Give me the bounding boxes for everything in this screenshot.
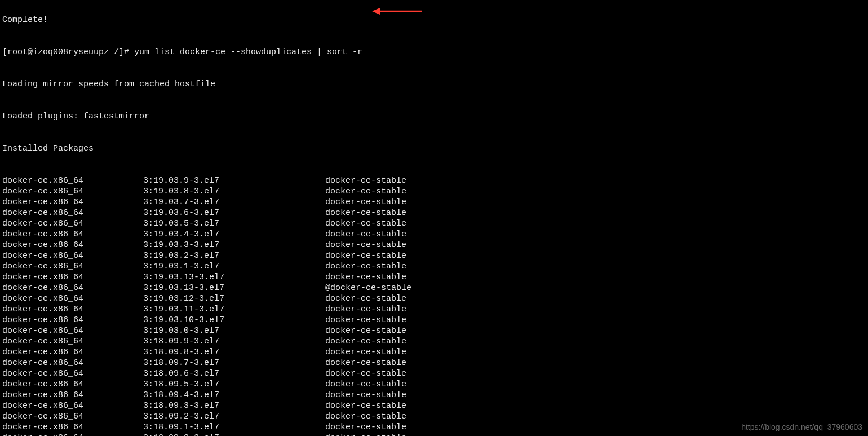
- package-row: docker-ce.x86_643:19.03.1-3.el7docker-ce…: [2, 261, 866, 272]
- package-name: docker-ce.x86_64: [2, 336, 143, 347]
- package-name: docker-ce.x86_64: [2, 400, 143, 411]
- package-repo: docker-ce-stable: [325, 208, 406, 218]
- package-repo: docker-ce-stable: [325, 197, 406, 208]
- package-repo: docker-ce-stable: [325, 218, 406, 229]
- package-row: docker-ce.x86_643:18.09.9-3.el7docker-ce…: [2, 336, 866, 347]
- package-name: docker-ce.x86_64: [2, 422, 143, 433]
- package-version: 3:19.03.8-3.el7: [143, 186, 325, 197]
- package-repo: docker-ce-stable: [325, 358, 406, 368]
- package-name: docker-ce.x86_64: [2, 283, 143, 293]
- package-version: 3:19.03.6-3.el7: [143, 208, 325, 218]
- package-row: docker-ce.x86_643:19.03.5-3.el7docker-ce…: [2, 218, 866, 229]
- package-repo: docker-ce-stable: [325, 411, 406, 422]
- package-repo: docker-ce-stable: [325, 293, 406, 304]
- package-repo: docker-ce-stable: [325, 272, 406, 283]
- package-repo: docker-ce-stable: [325, 315, 406, 325]
- package-repo: docker-ce-stable: [325, 261, 406, 272]
- package-row: docker-ce.x86_643:18.09.5-3.el7docker-ce…: [2, 379, 866, 390]
- prompt-line: [root@izoq008ryseuupz /]# yum list docke…: [2, 47, 866, 58]
- package-row: docker-ce.x86_643:19.03.13-3.el7@docker-…: [2, 283, 866, 293]
- package-list: docker-ce.x86_643:19.03.9-3.el7docker-ce…: [2, 175, 866, 436]
- package-version: 3:18.09.0-3.el7: [143, 433, 325, 436]
- package-name: docker-ce.x86_64: [2, 218, 143, 229]
- package-name: docker-ce.x86_64: [2, 304, 143, 315]
- package-version: 3:19.03.3-3.el7: [143, 240, 325, 250]
- package-repo: docker-ce-stable: [325, 229, 406, 240]
- terminal-output[interactable]: Complete! [root@izoq008ryseuupz /]# yum …: [0, 0, 868, 436]
- package-row: docker-ce.x86_643:19.03.9-3.el7docker-ce…: [2, 175, 866, 186]
- status-line-loading: Loading mirror speeds from cached hostfi…: [2, 79, 866, 90]
- package-repo: docker-ce-stable: [325, 240, 406, 250]
- package-repo: docker-ce-stable: [325, 186, 406, 197]
- package-repo: docker-ce-stable: [325, 390, 406, 400]
- package-version: 3:18.09.7-3.el7: [143, 358, 325, 368]
- package-row: docker-ce.x86_643:19.03.13-3.el7docker-c…: [2, 272, 866, 283]
- package-row: docker-ce.x86_643:18.09.0-3.el7docker-ce…: [2, 433, 866, 436]
- package-row: docker-ce.x86_643:18.09.4-3.el7docker-ce…: [2, 390, 866, 400]
- package-row: docker-ce.x86_643:18.09.8-3.el7docker-ce…: [2, 347, 866, 358]
- package-version: 3:19.03.10-3.el7: [143, 315, 325, 325]
- package-name: docker-ce.x86_64: [2, 186, 143, 197]
- package-version: 3:19.03.13-3.el7: [143, 272, 325, 283]
- package-row: docker-ce.x86_643:19.03.10-3.el7docker-c…: [2, 315, 866, 325]
- package-repo: docker-ce-stable: [325, 336, 406, 347]
- package-repo: docker-ce-stable: [325, 433, 406, 436]
- package-repo: docker-ce-stable: [325, 347, 406, 358]
- package-name: docker-ce.x86_64: [2, 358, 143, 368]
- package-repo: @docker-ce-stable: [325, 283, 411, 293]
- package-row: docker-ce.x86_643:18.09.7-3.el7docker-ce…: [2, 358, 866, 368]
- package-name: docker-ce.x86_64: [2, 175, 143, 186]
- package-repo: docker-ce-stable: [325, 379, 406, 390]
- watermark-text: https://blog.csdn.net/qq_37960603: [741, 422, 862, 433]
- package-version: 3:19.03.4-3.el7: [143, 229, 325, 240]
- package-name: docker-ce.x86_64: [2, 347, 143, 358]
- package-repo: docker-ce-stable: [325, 304, 406, 315]
- package-name: docker-ce.x86_64: [2, 433, 143, 436]
- package-version: 3:18.09.5-3.el7: [143, 379, 325, 390]
- package-version: 3:18.09.1-3.el7: [143, 422, 325, 433]
- package-name: docker-ce.x86_64: [2, 229, 143, 240]
- package-version: 3:19.03.13-3.el7: [143, 283, 325, 293]
- package-repo: docker-ce-stable: [325, 325, 406, 336]
- package-row: docker-ce.x86_643:18.09.3-3.el7docker-ce…: [2, 400, 866, 411]
- package-name: docker-ce.x86_64: [2, 208, 143, 218]
- package-row: docker-ce.x86_643:19.03.0-3.el7docker-ce…: [2, 325, 866, 336]
- package-version: 3:18.09.9-3.el7: [143, 336, 325, 347]
- package-repo: docker-ce-stable: [325, 250, 406, 261]
- package-version: 3:19.03.2-3.el7: [143, 250, 325, 261]
- command-text: yum list docker-ce --showduplicates | so…: [134, 47, 362, 58]
- package-row: docker-ce.x86_643:19.03.11-3.el7docker-c…: [2, 304, 866, 315]
- package-version: 3:19.03.1-3.el7: [143, 261, 325, 272]
- package-version: 3:19.03.0-3.el7: [143, 325, 325, 336]
- package-name: docker-ce.x86_64: [2, 250, 143, 261]
- package-name: docker-ce.x86_64: [2, 411, 143, 422]
- package-version: 3:19.03.5-3.el7: [143, 218, 325, 229]
- package-name: docker-ce.x86_64: [2, 272, 143, 283]
- package-version: 3:18.09.4-3.el7: [143, 390, 325, 400]
- package-version: 3:18.09.3-3.el7: [143, 400, 325, 411]
- package-name: docker-ce.x86_64: [2, 390, 143, 400]
- package-name: docker-ce.x86_64: [2, 379, 143, 390]
- package-repo: docker-ce-stable: [325, 422, 406, 433]
- package-repo: docker-ce-stable: [325, 175, 406, 186]
- package-version: 3:18.09.8-3.el7: [143, 347, 325, 358]
- previous-output-line: Complete!: [2, 15, 866, 25]
- section-header-installed: Installed Packages: [2, 143, 866, 154]
- package-version: 3:19.03.7-3.el7: [143, 197, 325, 208]
- shell-prompt: [root@izoq008ryseuupz /]#: [2, 47, 134, 58]
- package-row: docker-ce.x86_643:19.03.8-3.el7docker-ce…: [2, 186, 866, 197]
- package-name: docker-ce.x86_64: [2, 261, 143, 272]
- package-name: docker-ce.x86_64: [2, 325, 143, 336]
- package-version: 3:18.09.6-3.el7: [143, 368, 325, 379]
- package-row: docker-ce.x86_643:18.09.2-3.el7docker-ce…: [2, 411, 866, 422]
- package-row: docker-ce.x86_643:19.03.3-3.el7docker-ce…: [2, 240, 866, 250]
- package-name: docker-ce.x86_64: [2, 293, 143, 304]
- package-row: docker-ce.x86_643:18.09.1-3.el7docker-ce…: [2, 422, 866, 433]
- package-version: 3:18.09.2-3.el7: [143, 411, 325, 422]
- package-version: 3:19.03.9-3.el7: [143, 175, 325, 186]
- package-name: docker-ce.x86_64: [2, 240, 143, 250]
- package-repo: docker-ce-stable: [325, 368, 406, 379]
- status-line-plugins: Loaded plugins: fastestmirror: [2, 111, 866, 122]
- package-version: 3:19.03.11-3.el7: [143, 304, 325, 315]
- package-name: docker-ce.x86_64: [2, 368, 143, 379]
